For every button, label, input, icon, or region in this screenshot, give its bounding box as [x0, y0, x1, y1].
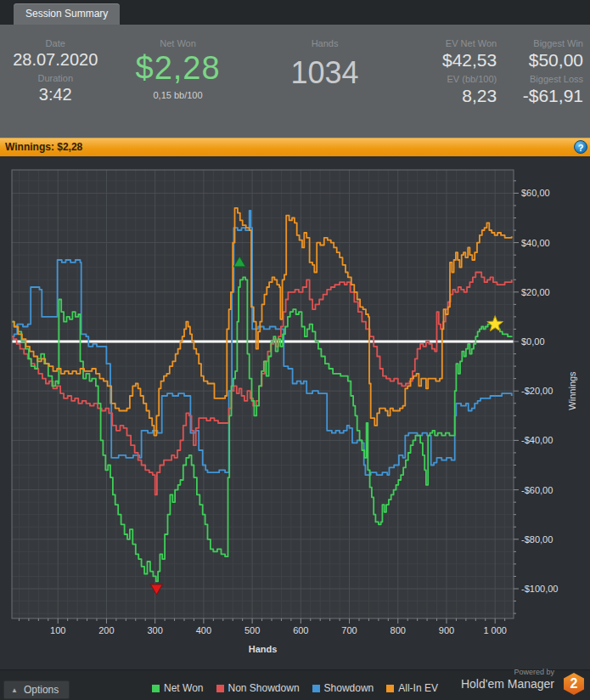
legend-item-all-in-ev: All-In EV: [386, 682, 438, 694]
brand-name: Hold'em Manager: [461, 677, 554, 691]
x-tick-label: 900: [439, 625, 454, 635]
legend-label: Non Showdown: [228, 682, 300, 694]
x-tick-label: 200: [98, 625, 114, 635]
brand-block: Powered by Hold'em Manager 2: [461, 668, 585, 691]
winnings-title-bar: Winnings: $2,28 ?: [0, 138, 590, 156]
y-tick-label: -$100,00: [521, 584, 558, 594]
options-button[interactable]: ▲Options: [3, 680, 70, 699]
x-tick-label: 300: [147, 625, 162, 635]
legend-label: Showdown: [324, 682, 374, 694]
x-tick-label: 100: [50, 625, 65, 635]
footer-bar: ▲Options Net WonNon ShowdownShowdownAll-…: [0, 669, 590, 700]
legend-swatch-icon: [312, 685, 320, 692]
legend-swatch-icon: [386, 685, 394, 692]
x-tick-label: 500: [244, 625, 260, 635]
y-tick-label: $0,00: [521, 336, 545, 347]
duration-value: 3:42: [39, 85, 72, 104]
x-tick-label: 800: [391, 625, 406, 635]
legend-item-net-won: Net Won: [152, 682, 203, 694]
hands-column: Hands 1034: [245, 25, 405, 138]
hm2-logo-icon: 2: [563, 673, 585, 695]
biggest-loss-value: -$61,91: [523, 86, 583, 106]
y-tick-label: $20,00: [521, 287, 550, 297]
options-button-label: Options: [24, 684, 59, 696]
x-tick-label: 1 000: [483, 625, 507, 635]
legend-swatch-icon: [216, 685, 224, 692]
winnings-chart: $60,00$40,00$20,00$0,00-$20,00-$40,00-$6…: [0, 156, 590, 669]
y-tick-label: -$80,00: [521, 534, 553, 545]
ev-net-won-label: EV Net Won: [446, 38, 497, 48]
window-tab-bar: Session Summary: [0, 0, 590, 25]
date-label: Date: [46, 38, 65, 48]
x-tick-label: 700: [341, 625, 357, 635]
duration-label: Duration: [37, 73, 73, 83]
biggest-win-label: Biggest Win: [533, 38, 583, 48]
y-tick-label: -$40,00: [521, 435, 553, 445]
date-value: 28.07.2020: [13, 50, 98, 70]
y-tick-label: $40,00: [521, 238, 550, 248]
net-won-value: $2,28: [136, 50, 221, 87]
x-axis-title: Hands: [249, 644, 278, 654]
y-tick-label: -$60,00: [521, 485, 553, 495]
hands-label: Hands: [312, 38, 339, 48]
biggest-win-value: $50,00: [529, 50, 583, 71]
x-tick-label: 400: [196, 625, 211, 635]
hands-value: 1034: [291, 55, 359, 91]
legend-item-non-showdown: Non Showdown: [216, 682, 300, 694]
y-tick-label: $60,00: [521, 188, 550, 198]
help-icon[interactable]: ?: [574, 140, 587, 154]
chevron-up-icon: ▲: [11, 682, 18, 699]
winnings-chart-svg: $60,00$40,00$20,00$0,00-$20,00-$40,00-$6…: [0, 156, 590, 669]
ev-column: EV Net Won $42,53 EV (bb/100) 8,23: [404, 25, 497, 138]
winnings-title: Winnings: $2,28: [5, 141, 82, 153]
legend-item-showdown: Showdown: [312, 682, 374, 694]
legend-swatch-icon: [152, 685, 160, 692]
legend-label: Net Won: [164, 682, 203, 694]
ev-net-won-value: $42,53: [442, 50, 497, 71]
net-won-bb100: 0,15 bb/100: [154, 90, 203, 100]
date-duration-column: Date 28.07.2020 Duration 3:42: [0, 25, 110, 138]
session-summary-header: Date 28.07.2020 Duration 3:42 Net Won $2…: [0, 25, 590, 138]
x-tick-label: 600: [293, 625, 308, 635]
ev-bb100-label: EV (bb/100): [447, 74, 497, 84]
net-won-column: Net Won $2,28 0,15 bb/100: [110, 25, 244, 138]
biggest-loss-label: Biggest Loss: [530, 74, 583, 84]
y-axis-title: Winnings: [567, 371, 577, 410]
ev-bb100-value: 8,23: [462, 86, 497, 106]
powered-by-text: Powered by: [461, 668, 554, 676]
biggest-column: Biggest Win $50,00 Biggest Loss -$61,91: [497, 25, 590, 138]
tab-session-summary[interactable]: Session Summary: [14, 3, 120, 25]
y-tick-label: -$20,00: [521, 386, 553, 396]
legend-label: All-In EV: [398, 682, 438, 694]
net-won-label: Net Won: [160, 38, 196, 48]
